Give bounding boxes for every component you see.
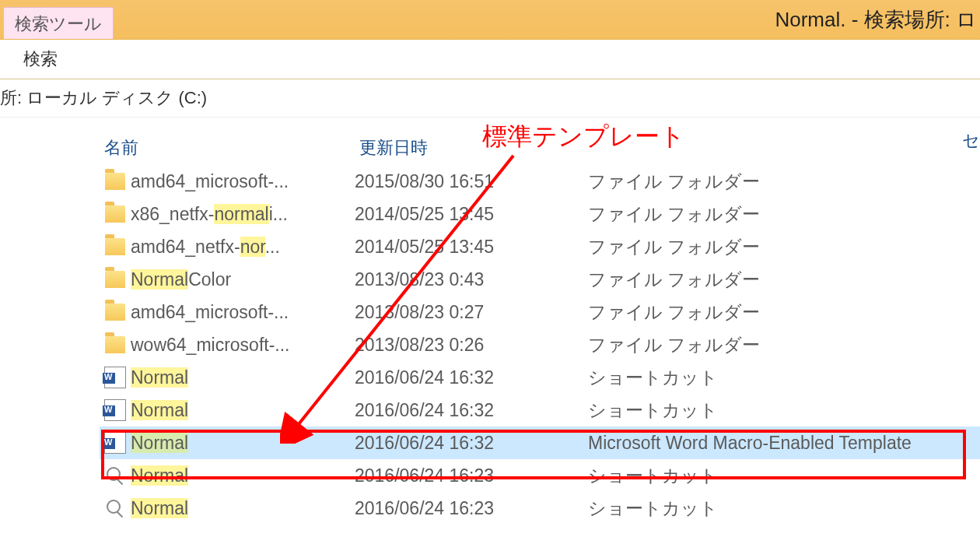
file-date: 2013/08/23 0:43 [355, 269, 565, 290]
search-icon [107, 500, 124, 517]
file-row[interactable]: Normal2016/06/24 16:32ショートカット [100, 361, 980, 394]
file-date: 2014/05/25 13:45 [355, 204, 565, 225]
file-type: ショートカット [565, 398, 980, 423]
file-list: 名前 更新日時 amd64_microsoft-...2015/08/30 16… [100, 131, 980, 525]
ribbon-tabs: 検索 [0, 40, 980, 79]
file-row[interactable]: Normal2016/06/24 16:23ショートカット [100, 459, 980, 492]
context-tab-search-tools[interactable]: 検索ツール [3, 7, 114, 39]
file-name: Normal [131, 498, 355, 519]
folder-icon [105, 173, 125, 190]
file-date: 2016/06/24 16:32 [355, 367, 565, 388]
word-icon [104, 432, 126, 454]
file-name: Normal [131, 400, 355, 421]
file-row[interactable]: Normal2016/06/24 16:32Microsoft Word Mac… [100, 426, 980, 459]
file-date: 2016/06/24 16:23 [355, 465, 565, 486]
file-date: 2013/08/23 0:26 [355, 335, 565, 356]
file-type: ショートカット [565, 464, 980, 488]
file-name: amd64_netfx-nor... [131, 237, 355, 258]
file-row[interactable]: NormalColor2013/08/23 0:43ファイル フォルダー [100, 263, 980, 296]
file-type: Microsoft Word Macro-Enabled Template [565, 433, 980, 454]
folder-icon [105, 205, 125, 223]
tab-search[interactable]: 検索 [0, 40, 81, 79]
file-name: amd64_microsoft-... [131, 171, 355, 192]
file-row[interactable]: x86_netfx-normali...2014/05/25 13:45ファイル… [100, 198, 980, 230]
file-date: 2016/06/24 16:23 [355, 498, 565, 519]
folder-icon [105, 271, 125, 288]
file-rows: amd64_microsoft-...2015/08/30 16:51ファイル … [100, 165, 980, 525]
file-row[interactable]: wow64_microsoft-...2013/08/23 0:26ファイル フ… [100, 328, 980, 361]
file-row[interactable]: Normal2016/06/24 16:32ショートカット [100, 394, 980, 426]
file-name: Normal [131, 465, 355, 486]
file-row[interactable]: Normal2016/06/24 16:23ショートカット [100, 492, 980, 525]
file-name: wow64_microsoft-... [131, 335, 355, 356]
folder-icon [105, 304, 125, 321]
file-date: 2014/05/25 13:45 [355, 237, 565, 258]
file-name: amd64_microsoft-... [131, 302, 355, 323]
explorer-window: 検索ツール Normal. - 検索場所: ロ 検索 所: ローカル ディスク … [0, 0, 980, 537]
column-header-name[interactable]: 名前 [100, 136, 359, 160]
folder-icon [105, 336, 125, 353]
file-row[interactable]: amd64_microsoft-...2015/08/30 16:51ファイル … [100, 165, 980, 198]
word-icon [104, 399, 126, 421]
file-date: 2016/06/24 16:32 [355, 433, 565, 454]
folder-icon [105, 238, 125, 255]
file-row[interactable]: amd64_microsoft-...2013/08/23 0:27ファイル フ… [100, 296, 980, 328]
search-icon [107, 467, 124, 484]
file-type: ファイル フォルダー [565, 170, 980, 194]
file-type: ファイル フォルダー [565, 235, 980, 259]
file-type: ファイル フォルダー [565, 268, 980, 292]
file-type: ショートカット [565, 497, 980, 521]
file-name: Normal [131, 367, 355, 388]
window-title: Normal. - 検索場所: ロ [775, 0, 980, 39]
file-type: ファイル フォルダー [565, 300, 980, 325]
file-date: 2015/08/30 16:51 [355, 171, 565, 192]
file-name: x86_netfx-normali... [131, 204, 355, 225]
ribbon-title-bar: 検索ツール Normal. - 検索場所: ロ [0, 0, 980, 40]
file-date: 2016/06/24 16:32 [355, 400, 565, 421]
breadcrumb[interactable]: 所: ローカル ディスク (C:) [0, 79, 980, 118]
file-type: ファイル フォルダー [565, 333, 980, 357]
file-type: ショートカット [565, 366, 980, 390]
file-date: 2013/08/23 0:27 [355, 302, 565, 323]
word-icon [104, 367, 126, 388]
file-name: Normal [131, 433, 355, 454]
annotation-label: 標準テンプレート [482, 120, 685, 154]
file-type: ファイル フォルダー [565, 202, 980, 226]
file-name: NormalColor [131, 269, 355, 290]
file-row[interactable]: amd64_netfx-nor...2014/05/25 13:45ファイル フ… [100, 230, 980, 263]
